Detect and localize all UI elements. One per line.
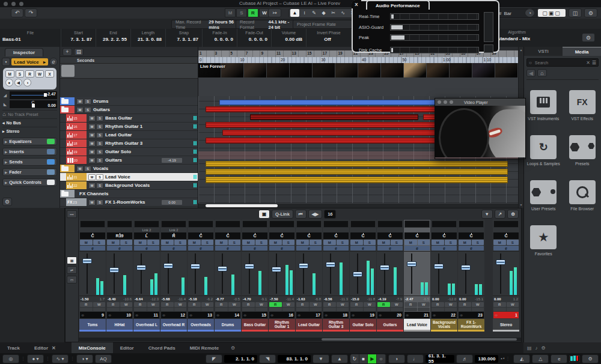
midi-mode-select[interactable]: ◑ ▾ [76,354,93,363]
info-column[interactable]: Start7. 3. 1. 87 [61,29,96,47]
redo-button[interactable]: ↷ [25,8,37,17]
read-button[interactable]: R [161,302,174,307]
write-button[interactable]: W [391,302,403,307]
fader-handle[interactable] [163,263,173,268]
horizontal-scrollbar[interactable] [198,204,518,208]
solo-button[interactable]: S [391,240,403,245]
track-row-drums[interactable]: MSDrums [60,97,198,106]
fader-handle[interactable] [380,265,389,270]
fader-section[interactable] [188,251,214,296]
channel-strip-guitars[interactable]: CMSe-4.19-7.9RW○○20Guitars [377,220,403,332]
channel-strip-overhead-l[interactable]: Link 2LMSe-6.64-12.3RW○○11Overhead L [133,220,160,332]
fader-section[interactable] [323,251,349,296]
window-close-icon[interactable] [4,2,8,6]
track-row-bass-guitar[interactable]: 15MSBass Guitar [60,114,198,123]
channel-strip-bass-guitar[interactable]: CMSe-4.70-9.1RW○○15Bass Guitar [242,220,268,332]
audio-mode-select[interactable]: ∿ ▾ [52,354,69,363]
pan-control[interactable]: C [404,232,430,239]
write-button[interactable]: W [364,302,376,307]
channel-name[interactable]: Drums [215,319,241,332]
channel-name[interactable]: Overheads [188,319,214,332]
read-button[interactable]: R [134,302,147,307]
insert-rack[interactable] [350,220,376,228]
insert-rack[interactable] [215,220,240,228]
solo-button[interactable]: S [93,240,106,245]
solo-button[interactable]: S [96,132,103,138]
channel-strip-lead-voice[interactable]: CMSe-2.47-6.5RW○○21Lead Voice [404,220,430,332]
pan-control[interactable]: C [323,232,349,239]
audio-event-yellow[interactable] [206,161,508,167]
read-button[interactable]: R [432,302,444,307]
undo-button[interactable]: ↶ [11,8,23,17]
close-icon[interactable]: ✕ [52,345,56,351]
write-button[interactable]: W [445,302,457,307]
channel-name[interactable]: Guitar Solo [350,319,376,332]
pan-control[interactable]: C [296,232,322,239]
insert-rack[interactable] [242,220,267,228]
inspector-track-name[interactable]: Lead Voice▸ [11,58,48,65]
inspector-section-fader[interactable]: ▶Fader [2,168,57,176]
channel-strip-hihat[interactable]: R39MSe-8.40-10.6RW○○10HiHat [106,220,133,332]
mute-button[interactable]: M [88,157,96,163]
video-zoom-icon[interactable] [450,100,453,104]
mute-button[interactable]: M [76,99,84,105]
inspector-button2-2[interactable]: ◑ [23,79,31,86]
solo-button[interactable]: S [507,240,519,245]
audio-quantize-button[interactable]: AQ [95,354,112,363]
read-button[interactable]: R [215,302,228,307]
gear-icon[interactable]: ⚙ [584,8,597,17]
media-tile-vst-effects[interactable]: FXVST Effects [563,85,601,130]
track-row-background-vocals[interactable]: 22MSBackground Vocals [60,181,198,190]
edit-channel-button[interactable]: e [377,246,403,250]
fader-handle[interactable] [326,262,335,267]
mute-button[interactable]: M [377,240,390,245]
write-button[interactable]: W [93,302,106,307]
solo-button[interactable]: S [96,149,103,155]
inspector-button-s[interactable]: S [16,70,25,77]
media-tile-file-browser[interactable]: File Browser [563,175,601,220]
insert-rack[interactable] [296,220,322,228]
list-view-icon[interactable]: ☰ [592,60,596,65]
punch-out-icon[interactable]: ▲ [331,354,348,363]
chevron-down-icon[interactable]: ▼ [481,210,493,219]
solo-button[interactable]: S [84,99,91,105]
automation-r-button[interactable]: R [248,8,258,17]
mixer-view-button-1[interactable]: ▦ [67,256,77,264]
read-button[interactable]: R [80,302,93,307]
track-preset-row[interactable]: ♺No Track Preset [2,110,57,118]
fader-handle[interactable] [136,265,146,270]
mute-button[interactable]: M [296,240,309,245]
mute-button[interactable]: M [161,240,174,245]
fader-handle[interactable] [434,264,444,269]
fader-section[interactable] [269,251,295,296]
solo-button[interactable]: S [310,240,322,245]
insert-rack[interactable] [107,220,132,228]
pan-control[interactable]: C [350,232,376,239]
fader-section[interactable] [133,251,160,296]
info-column[interactable]: Snap7. 3. 1. 87 [166,29,203,47]
channel-strip-rhythm-guitar-1[interactable]: CMSe-7.50-11.4RW○○16Rhythm Guitar 1 [269,220,295,332]
tab-media[interactable]: Media [563,47,601,56]
expand-icon[interactable]: ↗ [495,210,505,219]
home-icon[interactable]: ⌂ [537,69,547,77]
channel-name[interactable]: Toms [79,319,106,332]
read-button[interactable]: R [459,302,471,307]
mute-button[interactable]: M [493,240,506,245]
write-button[interactable]: W [201,302,214,307]
solo-button[interactable]: S [174,240,187,245]
read-button[interactable]: R [404,302,417,307]
channel-name[interactable]: Lead Voice [404,319,430,332]
channel-strip-rhythm-guitar-3[interactable]: CMSe-0.56-11.3RW○○18Rhythm Guitar 3 [323,220,349,332]
pan-control[interactable]: C [377,232,403,239]
info-column[interactable]: End29. 2. 2. 55 [96,29,131,47]
solo-button[interactable]: S [96,174,103,180]
edit-channel-button[interactable]: e [323,246,349,250]
mute-button[interactable]: M [88,183,96,189]
inspector-section-equalizers[interactable]: ▶Equalizers [2,138,57,145]
solo-button[interactable]: S [228,240,241,245]
left-locator-value[interactable]: 2. 1. 1. 0 [224,355,257,363]
edit-channel-button[interactable]: e [161,246,186,250]
pan-control[interactable]: C [269,232,294,239]
mute-button[interactable]: M [88,132,96,138]
mute-button[interactable]: M [134,240,147,245]
